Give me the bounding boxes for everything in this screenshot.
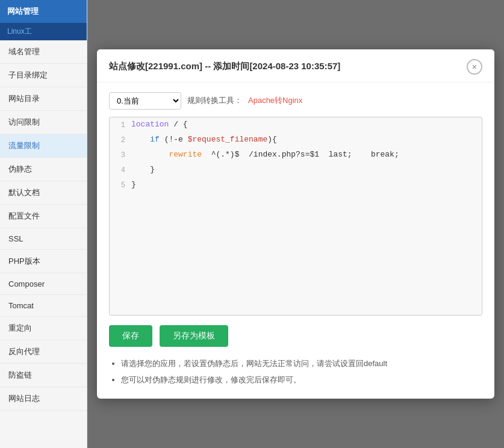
code-editor[interactable]: 1 location / { 2 if (!-e $request_filena…	[109, 117, 482, 316]
modal-close-button[interactable]: ×	[467, 59, 482, 75]
apache-nginx-link[interactable]: Apache转Nginx	[248, 95, 302, 106]
sidebar-item-subdir[interactable]: 子目录绑定	[0, 64, 87, 87]
sidebar-item-default-doc[interactable]: 默认文档	[0, 181, 87, 205]
sidebar: 网站管理 Linux工 域名管理 子目录绑定 网站目录 访问限制 流量限制 伪静…	[0, 0, 87, 448]
sidebar-item-rewrite[interactable]: 伪静态	[0, 158, 87, 181]
toolbar-label: 规则转换工具：	[187, 95, 242, 106]
sidebar-item-log[interactable]: 网站日志	[0, 387, 87, 411]
toolbar-row: 0.当前 规则转换工具： Apache转Nginx	[109, 92, 482, 110]
modal-title: 站点修改[221991.com] -- 添加时间[2024-08-23 10:3…	[109, 61, 340, 72]
line-number-3: 3	[110, 148, 131, 162]
sidebar-sub-header: Linux工	[0, 23, 87, 40]
sidebar-item-config[interactable]: 配置文件	[0, 205, 87, 228]
sidebar-item-tomcat[interactable]: Tomcat	[0, 295, 87, 317]
button-row: 保存 另存为模板	[109, 325, 482, 347]
rule-select[interactable]: 0.当前	[109, 92, 181, 110]
info-list: 请选择您的应用，若设置伪静态后，网站无法正常访问，请尝试设置回default 您…	[109, 356, 482, 387]
sidebar-item-ssl[interactable]: SSL	[0, 228, 87, 250]
sidebar-item-redirect[interactable]: 重定向	[0, 317, 87, 340]
sidebar-item-webdir[interactable]: 网站目录	[0, 87, 87, 111]
line-content-2: if (!-e $request_filename){	[131, 133, 482, 146]
modal-overlay[interactable]: 站点修改[221991.com] -- 添加时间[2024-08-23 10:3…	[87, 0, 504, 448]
sidebar-item-php[interactable]: PHP版本	[0, 250, 87, 273]
sidebar-item-domain[interactable]: 域名管理	[0, 40, 87, 64]
line-number-4: 4	[110, 163, 131, 177]
modal-header: 站点修改[221991.com] -- 添加时间[2024-08-23 10:3…	[97, 49, 494, 82]
code-line-2: 2 if (!-e $request_filename){	[110, 132, 482, 148]
modal: 站点修改[221991.com] -- 添加时间[2024-08-23 10:3…	[97, 49, 494, 399]
sidebar-item-hotlink[interactable]: 防盗链	[0, 364, 87, 387]
line-number-2: 2	[110, 133, 131, 147]
line-number-5: 5	[110, 178, 131, 192]
code-line-1: 1 location / {	[110, 117, 482, 132]
save-button[interactable]: 保存	[109, 325, 152, 347]
sidebar-item-proxy[interactable]: 反向代理	[0, 340, 87, 364]
info-item-1: 请选择您的应用，若设置伪静态后，网站无法正常访问，请尝试设置回default	[121, 356, 482, 370]
line-number-1: 1	[110, 118, 131, 132]
code-line-3: 3 rewrite ^(.*)$ /index.php?s=$1 last; b…	[110, 148, 482, 163]
modal-body: 0.当前 规则转换工具： Apache转Nginx 1 location / {…	[97, 82, 494, 399]
code-line-4: 4 }	[110, 163, 482, 178]
sidebar-item-access[interactable]: 访问限制	[0, 111, 87, 134]
line-content-5: }	[131, 178, 482, 191]
sidebar-item-traffic[interactable]: 流量限制	[0, 134, 87, 158]
save-as-button[interactable]: 另存为模板	[160, 325, 228, 347]
code-line-5: 5 }	[110, 178, 482, 193]
main-area: 站点修改[221991.com] -- 添加时间[2024-08-23 10:3…	[87, 0, 504, 448]
sidebar-header: 网站管理	[0, 0, 87, 23]
sidebar-item-composer[interactable]: Composer	[0, 273, 87, 295]
line-content-1: location / {	[131, 118, 482, 131]
info-item-2: 您可以对伪静态规则进行修改，修改完后保存即可。	[121, 373, 482, 387]
line-content-4: }	[131, 163, 482, 176]
line-content-3: rewrite ^(.*)$ /index.php?s=$1 last; bre…	[131, 148, 482, 161]
